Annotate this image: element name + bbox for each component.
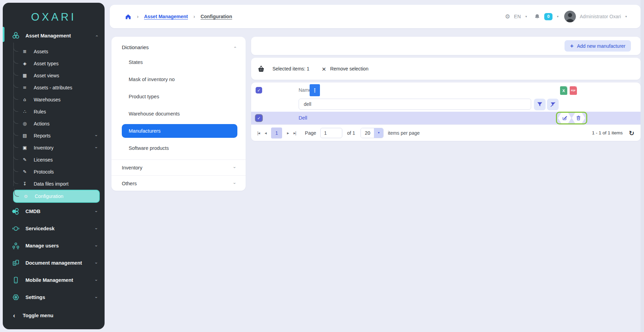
previous-page-button[interactable]: ◂ — [265, 131, 266, 135]
manufacturers-table: ✓ Name ⋮ X PDF ✓ Dell — [251, 82, 641, 141]
report-icon: ▤ — [22, 133, 28, 138]
pagination-bar: |◂ ◂ 1 ▸ ▸| Page of 1 20 ▼ items per pag… — [251, 124, 641, 141]
dict-item-mask-of-inventory-no[interactable]: Mask of inventory no — [111, 71, 246, 88]
oxari-logo: OXARI — [3, 11, 105, 23]
chevron-up-icon: › — [94, 35, 99, 36]
sidebar-section-asset-management[interactable]: Asset Management › — [3, 28, 105, 43]
chevron-down-icon: › — [94, 211, 99, 212]
delete-button[interactable] — [572, 113, 585, 123]
name-filter-input[interactable] — [299, 99, 531, 110]
notification-badge[interactable]: 0 — [544, 13, 552, 20]
sidebar-section-manage-users[interactable]: Manage users › — [3, 237, 105, 254]
export-excel-icon[interactable]: X — [560, 86, 567, 95]
target-icon: ◎ — [22, 121, 28, 126]
funnel-icon — [537, 101, 543, 108]
page-scrollbar[interactable] — [641, 0, 644, 332]
sidebar-section-mobile-management[interactable]: Mobile Management › — [3, 272, 105, 289]
remove-selection-button[interactable]: Remove selection — [330, 66, 368, 71]
page-size-select[interactable]: 20 ▼ — [361, 128, 384, 138]
refresh-icon[interactable]: ↻ — [629, 129, 634, 137]
caret-down-icon[interactable]: ▼ — [525, 15, 527, 18]
toolbar: + Add new manufacturer — [251, 37, 641, 55]
toggle-menu-button[interactable]: ‹ Toggle menu — [3, 309, 105, 322]
sidebar: OXARI Asset Management › ≣ Assets ◈ Asse… — [3, 3, 105, 329]
dict-item-states[interactable]: States — [111, 54, 246, 71]
dict-item-software-products[interactable]: Software products — [111, 140, 246, 157]
table-header-row: ✓ Name ⋮ X PDF — [251, 82, 641, 98]
edit-button[interactable] — [558, 113, 571, 123]
first-page-button[interactable]: |◂ — [257, 131, 260, 135]
page-number-input[interactable] — [320, 128, 342, 138]
sidebar-section-servicedesk[interactable]: Servicedesk › — [3, 220, 105, 237]
page-label: Page — [305, 130, 316, 136]
sidebar-section-document-management[interactable]: Document management › — [3, 254, 105, 272]
chevron-down-icon: › — [94, 262, 99, 264]
home-icon[interactable] — [125, 13, 131, 20]
users-icon — [12, 242, 20, 250]
servicedesk-icon — [12, 224, 20, 233]
breadcrumb: › Asset Management › Configuration — [125, 13, 232, 20]
user-menu[interactable]: Administrator Oxari — [580, 14, 621, 19]
export-pdf-icon[interactable]: PDF — [570, 86, 577, 95]
dict-item-product-types[interactable]: Product types — [111, 88, 246, 105]
apply-filter-button[interactable] — [534, 99, 546, 110]
language-selector[interactable]: EN — [514, 14, 521, 19]
funnel-slash-icon — [550, 101, 556, 108]
avatar[interactable] — [564, 11, 576, 22]
row-actions-highlight — [556, 112, 587, 124]
panel-title: Dictionaries — [122, 44, 149, 50]
chevron-down-icon: › — [94, 135, 99, 136]
group-inventory[interactable]: Inventory › — [111, 159, 246, 175]
last-page-button[interactable]: ▸| — [293, 131, 296, 135]
breadcrumb-asset-management[interactable]: Asset Management — [144, 14, 188, 19]
list-icon: ≡ — [22, 85, 28, 90]
caret-down-icon[interactable]: ▼ — [556, 15, 559, 18]
table-icon: ▦ — [22, 73, 28, 78]
check-icon: ✓ — [257, 116, 260, 121]
topbar: › Asset Management › Configuration ⚙ EN … — [110, 5, 641, 28]
dictionaries-header[interactable]: Dictionaries › — [111, 37, 246, 54]
bell-icon[interactable] — [534, 13, 540, 20]
clear-filter-button[interactable] — [547, 99, 559, 110]
sidebar-item-data-files-import[interactable]: ↧ Data files import — [3, 178, 105, 190]
list-icon: ≣ — [22, 49, 28, 54]
documents-icon — [12, 259, 20, 267]
share-nodes-icon: ∴ — [22, 109, 28, 114]
chevron-down-icon: › — [94, 147, 99, 148]
dict-item-manufacturers[interactable]: Manufacturers — [122, 124, 237, 138]
caret-down-icon[interactable]: ▼ — [625, 15, 627, 18]
section-label: Asset Management — [25, 33, 90, 38]
row-checkbox[interactable]: ✓ — [256, 115, 262, 121]
kebab-icon: ⋮ — [312, 87, 318, 93]
collapse-icon: ‹ — [13, 312, 15, 319]
selected-items-count: Selected items: 1 — [272, 66, 309, 71]
warehouse-icon: ⌂ — [22, 97, 28, 102]
next-page-button[interactable]: ▸ — [287, 131, 289, 135]
add-new-manufacturer-button[interactable]: + Add new manufacturer — [565, 40, 631, 52]
group-others[interactable]: Others › — [111, 175, 246, 191]
plus-icon: + — [570, 43, 573, 49]
check-icon: ✓ — [257, 88, 260, 93]
box-icon: ▣ — [22, 145, 28, 150]
export-buttons: X PDF — [560, 86, 577, 95]
sitemap-icon: ◈ — [22, 61, 28, 66]
page-count-label: of 1 — [347, 130, 355, 136]
table-row-dell[interactable]: ✓ Dell — [251, 112, 641, 124]
sidebar-section-cmdb[interactable]: CMDB › — [3, 203, 105, 220]
chevron-down-icon: › — [94, 228, 99, 229]
import-icon: ↧ — [22, 181, 28, 186]
current-page-button[interactable]: 1 — [271, 128, 282, 139]
gear-icon[interactable]: ⚙ — [505, 13, 510, 20]
hexagon-cluster-icon — [12, 32, 20, 40]
column-menu-button[interactable]: ⋮ — [310, 84, 320, 96]
sidebar-section-settings[interactable]: Settings › — [3, 289, 105, 306]
chevron-down-icon: › — [232, 182, 237, 184]
dict-item-warehouse-documents[interactable]: Warehouse documents — [111, 105, 246, 122]
select-all-checkbox[interactable]: ✓ — [256, 87, 262, 93]
active-section-accent — [3, 27, 4, 42]
edit-pencil-icon — [562, 115, 568, 121]
breadcrumb-configuration[interactable]: Configuration — [201, 14, 232, 19]
sidebar-item-configuration[interactable]: ⚙ Configuration — [13, 190, 100, 203]
close-icon[interactable]: × — [322, 65, 326, 73]
pagination-nav: |◂ ◂ 1 ▸ ▸| — [257, 128, 296, 139]
